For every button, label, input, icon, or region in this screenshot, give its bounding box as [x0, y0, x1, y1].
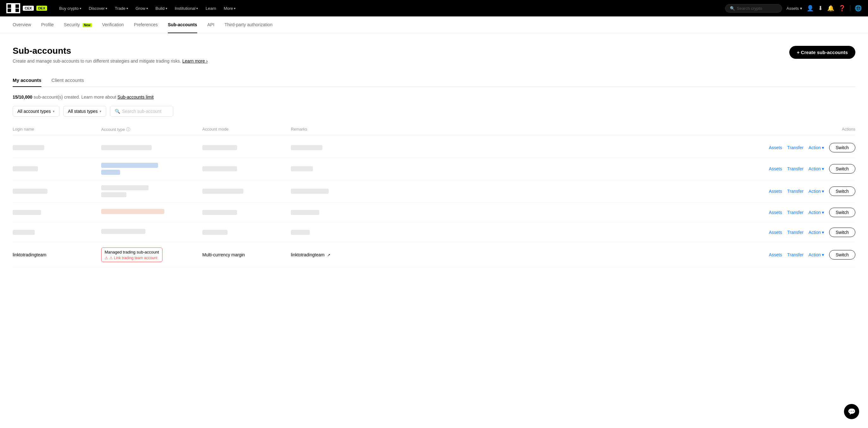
cex-badge[interactable]: CEX — [23, 6, 34, 11]
subnav-security[interactable]: Security New — [64, 17, 92, 33]
assets-link[interactable]: Assets — [769, 166, 782, 171]
nav-more[interactable]: More ▾ — [221, 4, 239, 13]
transfer-link[interactable]: Transfer — [787, 252, 804, 257]
action-dropdown[interactable]: Action ▾ — [809, 230, 824, 235]
transfer-link[interactable]: Transfer — [787, 145, 804, 150]
transfer-link[interactable]: Transfer — [787, 230, 804, 235]
table-row: Assets Transfer Action ▾ Switch — [13, 138, 855, 158]
subaccount-count: 15/10,000 — [13, 94, 32, 99]
type-blurred-2 — [101, 170, 120, 175]
subnav-subaccounts[interactable]: Sub-accounts — [168, 17, 197, 33]
nav-build[interactable]: Build ▾ — [152, 4, 170, 13]
type-blurred-2 — [101, 192, 126, 197]
switch-button[interactable]: Switch — [829, 208, 855, 217]
switch-button[interactable]: Switch — [829, 143, 855, 152]
login-blurred — [13, 189, 48, 194]
nav-discover[interactable]: Discover ▾ — [86, 4, 111, 13]
nav-learn[interactable]: Learn — [202, 4, 219, 13]
search-box[interactable]: 🔍 Search crypto — [725, 4, 782, 13]
page-header: Sub-accounts Create and manage sub-accou… — [13, 46, 855, 64]
table-row: Assets Transfer Action ▾ Switch — [13, 222, 855, 242]
mode-blurred — [202, 210, 237, 215]
account-mode-value: Multi-currency margin — [202, 252, 245, 257]
help-icon[interactable]: ❓ — [839, 5, 845, 12]
transfer-link[interactable]: Transfer — [787, 210, 804, 215]
external-link-icon[interactable]: ↗ — [327, 253, 330, 257]
create-subaccount-button[interactable]: + Create sub-accounts — [789, 46, 855, 59]
account-type-filter[interactable]: All account types ▾ — [13, 106, 59, 117]
remarks-blurred — [291, 210, 319, 215]
page-description: Create and manage sub-accounts to run di… — [13, 59, 208, 64]
action-dropdown[interactable]: Action ▾ — [809, 166, 824, 171]
switch-button[interactable]: Switch — [829, 186, 855, 196]
nav-institutional[interactable]: Institutional ▾ — [172, 4, 202, 13]
download-icon[interactable]: ⬇ — [818, 5, 823, 12]
row-actions: Assets Transfer Action ▾ Switch — [379, 164, 855, 174]
warning-icon: ⚠ — [105, 256, 108, 260]
action-arrow-icon: ▾ — [822, 252, 824, 257]
okx-logo — [6, 3, 20, 13]
table-row: Assets Transfer Action ▾ Switch — [13, 180, 855, 203]
login-name-cell: linktotradingteam — [13, 252, 101, 257]
bell-icon[interactable]: 🔔 — [827, 5, 834, 12]
type-blurred — [101, 229, 146, 234]
action-dropdown[interactable]: Action ▾ — [809, 210, 824, 215]
subnav-thirdparty[interactable]: Third-party authorization — [224, 17, 273, 33]
transfer-link[interactable]: Transfer — [787, 189, 804, 194]
subnav-preferences[interactable]: Preferences — [134, 17, 158, 33]
col-remarks: Remarks — [291, 127, 379, 132]
action-dropdown[interactable]: Action ▾ — [809, 252, 824, 257]
search-icon: 🔍 — [730, 6, 735, 11]
action-dropdown[interactable]: Action ▾ — [809, 145, 824, 150]
logo-area: CEX DEX — [6, 3, 47, 13]
page-title: Sub-accounts — [13, 46, 208, 56]
switch-button[interactable]: Switch — [829, 227, 855, 237]
top-navigation: CEX DEX Buy crypto ▾ Discover ▾ Trade ▾ … — [0, 0, 868, 17]
link-warning[interactable]: ⚠ ⚠ Link trading team account — [105, 256, 159, 260]
dex-badge[interactable]: DEX — [36, 6, 48, 11]
assets-link[interactable]: Assets — [769, 230, 782, 235]
login-blurred — [13, 145, 44, 150]
type-blurred — [101, 185, 149, 190]
tab-client-accounts[interactable]: Client accounts — [52, 74, 84, 87]
row-actions: Assets Transfer Action ▾ Switch — [379, 227, 855, 237]
mode-blurred — [202, 166, 237, 171]
type-blurred — [101, 209, 164, 214]
subaccount-search[interactable]: 🔍 Search sub-account — [110, 106, 173, 117]
transfer-link[interactable]: Transfer — [787, 166, 804, 171]
col-actions: Actions — [379, 127, 855, 132]
switch-button[interactable]: Switch — [829, 250, 855, 259]
remarks-blurred — [291, 166, 313, 171]
login-blurred — [13, 166, 38, 171]
nav-buy-crypto[interactable]: Buy crypto ▾ — [56, 4, 84, 13]
table-row: Assets Transfer Action ▾ Switch — [13, 158, 855, 180]
tab-my-accounts[interactable]: My accounts — [13, 74, 41, 87]
globe-icon[interactable]: 🌐 — [855, 5, 862, 12]
profile-icon[interactable]: 👤 — [807, 5, 814, 12]
type-blurred — [101, 145, 152, 150]
row-actions: Assets Transfer Action ▾ Switch — [379, 186, 855, 196]
remarks-blurred — [291, 189, 329, 194]
nav-grow[interactable]: Grow ▾ — [132, 4, 151, 13]
mode-blurred — [202, 189, 243, 194]
assets-link[interactable]: Assets — [769, 189, 782, 194]
subnav-api[interactable]: API — [207, 17, 215, 33]
table-row-linktotradingteam: linktotradingteam Managed trading sub-ac… — [13, 242, 855, 268]
assets-link[interactable]: Assets — [769, 145, 782, 150]
subnav-profile[interactable]: Profile — [41, 17, 54, 33]
assets-link[interactable]: Assets — [769, 252, 782, 257]
login-blurred — [13, 210, 41, 215]
subnav-verification[interactable]: Verification — [102, 17, 124, 33]
row-actions: Assets Transfer Action ▾ Switch — [379, 143, 855, 152]
status-type-filter[interactable]: All status types ▾ — [63, 106, 106, 117]
action-dropdown[interactable]: Action ▾ — [809, 189, 824, 194]
learn-more-link[interactable]: Learn more › — [182, 59, 208, 64]
subnav-overview[interactable]: Overview — [13, 17, 31, 33]
nav-trade[interactable]: Trade ▾ — [112, 4, 131, 13]
remarks-blurred — [291, 230, 310, 235]
switch-button[interactable]: Switch — [829, 164, 855, 174]
subaccounts-limit-link[interactable]: Sub-accounts limit — [118, 94, 154, 99]
assets-button[interactable]: Assets ▾ — [786, 6, 802, 11]
status-type-filter-arrow: ▾ — [99, 110, 101, 114]
assets-link[interactable]: Assets — [769, 210, 782, 215]
